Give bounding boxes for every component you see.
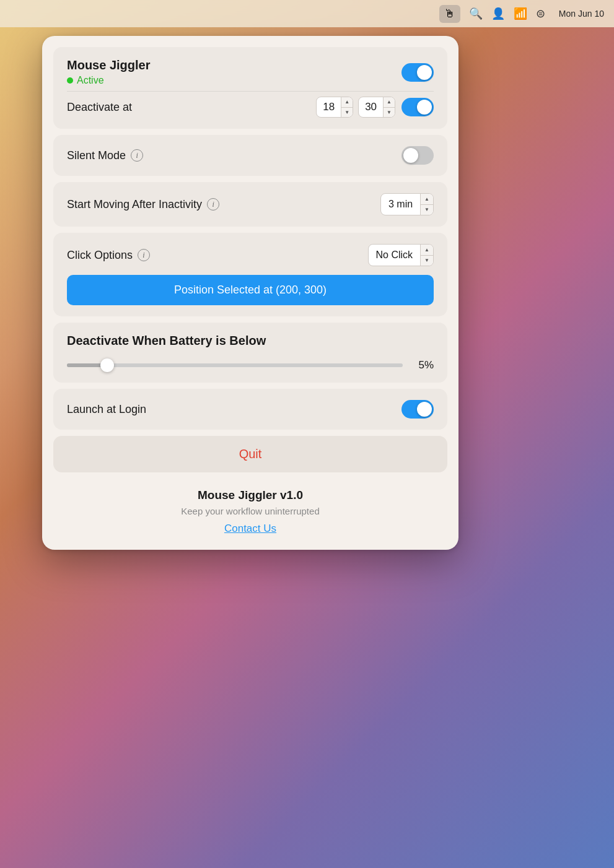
controlcenter-menu-icon[interactable]: ⊜ [536, 7, 545, 20]
position-button[interactable]: Position Selected at (200, 300) [67, 275, 434, 305]
click-options-row: Click Options i No Click ▲ ▼ [67, 244, 434, 266]
app-title: Mouse Jiggler [67, 58, 150, 72]
silent-mode-toggle[interactable] [401, 146, 434, 165]
menubar-time: Mon Jun 10 [559, 9, 604, 19]
minute-value: 30 [359, 101, 383, 113]
click-options-label: Click Options [67, 249, 133, 262]
click-options-value: No Click [369, 250, 421, 261]
hour-arrows: ▲ ▼ [341, 97, 353, 117]
header-row: Mouse Jiggler Active [67, 58, 434, 86]
launch-toggle[interactable] [401, 400, 434, 419]
divider-1 [67, 91, 434, 92]
click-options-stepper[interactable]: No Click ▲ ▼ [368, 244, 434, 266]
minute-arrows: ▲ ▼ [383, 97, 395, 117]
slider-row: 5% [67, 359, 434, 371]
minute-stepper[interactable]: 30 ▲ ▼ [358, 97, 395, 118]
battery-value: 5% [411, 359, 434, 371]
silent-mode-row: Silent Mode i [67, 146, 434, 165]
header-text: Mouse Jiggler Active [67, 58, 150, 86]
main-toggle-thumb [417, 65, 432, 80]
launch-section: Launch at Login [53, 389, 447, 430]
hour-stepper[interactable]: 18 ▲ ▼ [316, 97, 353, 118]
deactivate-controls: 18 ▲ ▼ 30 ▲ ▼ [316, 97, 434, 118]
silent-mode-toggle-thumb [403, 148, 418, 163]
popup-panel: Mouse Jiggler Active Deactivate at 18 [42, 36, 458, 550]
click-options-label-row: Click Options i [67, 249, 150, 262]
menubar: 🖱 🔍 👤 📶 ⊜ Mon Jun 10 [0, 0, 614, 27]
silent-mode-label: Silent Mode [67, 149, 126, 162]
footer-section: Mouse Jiggler v1.0 Keep your workflow un… [53, 479, 447, 539]
inactivity-value: 3 min [381, 199, 420, 210]
inactivity-stepper[interactable]: 3 min ▲ ▼ [380, 193, 434, 215]
inactivity-up[interactable]: ▲ [421, 194, 433, 205]
contact-us-link[interactable]: Contact Us [224, 523, 276, 534]
footer-app-name: Mouse Jiggler v1.0 [53, 488, 447, 502]
launch-row: Launch at Login [67, 400, 434, 419]
launch-toggle-thumb [417, 402, 432, 417]
click-options-info-icon[interactable]: i [138, 249, 150, 261]
minute-down[interactable]: ▼ [384, 108, 395, 118]
battery-slider-thumb[interactable] [100, 358, 114, 372]
deactivate-toggle[interactable] [401, 98, 434, 116]
inactivity-arrows: ▲ ▼ [420, 194, 433, 215]
inactivity-label-row: Start Moving After Inactivity i [67, 198, 219, 211]
menubar-icons: 🖱 🔍 👤 📶 ⊜ Mon Jun 10 [439, 5, 604, 23]
hour-down[interactable]: ▼ [341, 108, 353, 118]
silent-mode-section: Silent Mode i [53, 135, 447, 176]
main-toggle[interactable] [401, 63, 434, 82]
footer-tagline: Keep your workflow uninterrupted [53, 506, 447, 516]
deactivate-label: Deactivate at [67, 101, 132, 114]
mouse-menu-icon[interactable]: 🖱 [439, 5, 460, 23]
click-options-up[interactable]: ▲ [421, 245, 433, 256]
search-menu-icon[interactable]: 🔍 [469, 7, 483, 20]
inactivity-label: Start Moving After Inactivity [67, 198, 202, 211]
battery-label: Deactivate When Battery is Below [67, 334, 434, 348]
minute-up[interactable]: ▲ [384, 97, 395, 108]
silent-mode-info-icon[interactable]: i [131, 149, 143, 162]
battery-slider[interactable] [67, 363, 403, 367]
header-section: Mouse Jiggler Active Deactivate at 18 [53, 47, 447, 129]
inactivity-row: Start Moving After Inactivity i 3 min ▲ … [67, 193, 434, 215]
launch-label: Launch at Login [67, 403, 146, 416]
inactivity-down[interactable]: ▼ [421, 205, 433, 215]
time-inputs: 18 ▲ ▼ 30 ▲ ▼ [316, 97, 395, 118]
deactivate-toggle-thumb [417, 100, 432, 115]
inactivity-info-icon[interactable]: i [207, 198, 219, 210]
battery-section: Deactivate When Battery is Below 5% [53, 323, 447, 383]
status-label: Active [67, 75, 150, 86]
active-dot [67, 77, 73, 84]
click-options-down[interactable]: ▼ [421, 256, 433, 266]
deactivate-row: Deactivate at 18 ▲ ▼ 30 ▲ ▼ [67, 97, 434, 118]
click-options-section: Click Options i No Click ▲ ▼ Position Se… [53, 233, 447, 316]
hour-up[interactable]: ▲ [341, 97, 353, 108]
hour-value: 18 [317, 101, 341, 113]
account-menu-icon[interactable]: 👤 [491, 7, 505, 20]
wifi-menu-icon[interactable]: 📶 [514, 7, 527, 20]
silent-mode-label-row: Silent Mode i [67, 149, 143, 162]
click-options-arrows: ▲ ▼ [420, 245, 433, 266]
inactivity-section: Start Moving After Inactivity i 3 min ▲ … [53, 182, 447, 227]
quit-button[interactable]: Quit [53, 436, 447, 472]
